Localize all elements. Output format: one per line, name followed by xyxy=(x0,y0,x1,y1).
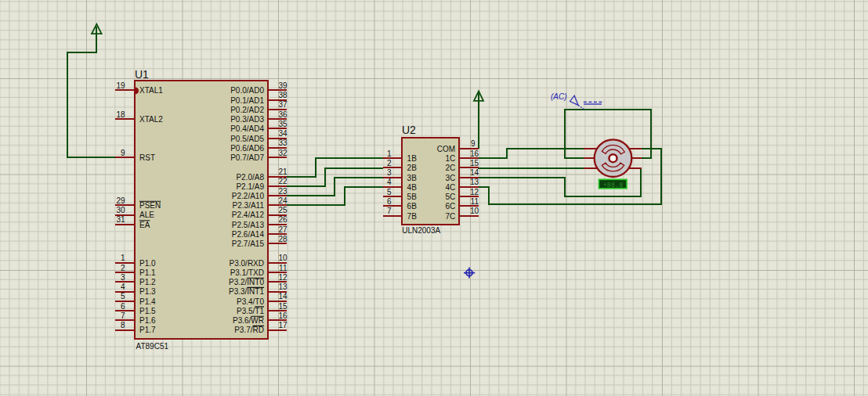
svg-text:P1.1: P1.1 xyxy=(139,268,156,277)
svg-text:12: 12 xyxy=(278,273,288,282)
svg-text:P0.7/AD7: P0.7/AD7 xyxy=(230,153,264,162)
svg-text:30: 30 xyxy=(116,206,125,214)
svg-text:13: 13 xyxy=(470,178,479,186)
svg-text:AT89C51: AT89C51 xyxy=(136,342,169,351)
svg-text:4C: 4C xyxy=(445,183,455,192)
svg-text:22: 22 xyxy=(278,177,288,185)
svg-text:5: 5 xyxy=(387,188,392,196)
svg-text:11: 11 xyxy=(471,197,479,206)
svg-text:P3.3/INT1: P3.3/INT1 xyxy=(229,287,264,296)
svg-text:36: 36 xyxy=(278,110,288,119)
svg-text:P1.4: P1.4 xyxy=(139,297,156,306)
svg-text:18: 18 xyxy=(116,110,125,119)
svg-text:19: 19 xyxy=(116,81,125,90)
svg-text:4: 4 xyxy=(121,283,125,291)
svg-text:2B: 2B xyxy=(407,164,418,172)
svg-text:RST: RST xyxy=(139,153,155,162)
svg-text:21: 21 xyxy=(278,167,288,176)
svg-text:17: 17 xyxy=(278,321,288,329)
svg-text:P0.0/AD0: P0.0/AD0 xyxy=(230,86,264,95)
svg-text:U2: U2 xyxy=(402,124,416,136)
svg-text:1: 1 xyxy=(387,149,392,158)
svg-text:P3.5/T1: P3.5/T1 xyxy=(237,307,264,315)
svg-text:1C: 1C xyxy=(445,154,455,163)
svg-text:31: 31 xyxy=(116,215,125,224)
svg-text:9: 9 xyxy=(471,139,476,148)
svg-text:3B: 3B xyxy=(407,174,418,182)
svg-text:25: 25 xyxy=(278,206,288,214)
svg-text:7: 7 xyxy=(121,311,125,320)
svg-text:37: 37 xyxy=(278,100,288,109)
svg-text:13: 13 xyxy=(278,283,288,291)
svg-text:PSEN: PSEN xyxy=(139,201,161,210)
svg-text:6C: 6C xyxy=(445,202,455,211)
svg-text:6: 6 xyxy=(121,302,125,311)
svg-text:9: 9 xyxy=(121,149,125,157)
svg-text:5B: 5B xyxy=(407,193,418,201)
svg-text:P0.4/AD4: P0.4/AD4 xyxy=(230,124,264,133)
svg-text:12: 12 xyxy=(470,188,479,196)
svg-text:P2.3/A11: P2.3/A11 xyxy=(233,201,265,210)
svg-text:2C: 2C xyxy=(445,164,455,172)
svg-text:34: 34 xyxy=(278,129,288,138)
svg-text:15: 15 xyxy=(278,302,288,311)
svg-text:+88.8: +88.8 xyxy=(603,182,624,189)
svg-text:29: 29 xyxy=(116,196,125,205)
svg-text:28: 28 xyxy=(278,235,288,243)
svg-text:P2.4/A12: P2.4/A12 xyxy=(232,211,265,219)
svg-text:P1.3: P1.3 xyxy=(139,287,156,296)
svg-text:15: 15 xyxy=(470,159,479,167)
svg-text:EA: EA xyxy=(139,221,150,229)
svg-text:P2.0/A8: P2.0/A8 xyxy=(236,173,264,182)
svg-text:P1.7: P1.7 xyxy=(139,326,156,334)
svg-text:10: 10 xyxy=(278,254,288,262)
svg-text:32: 32 xyxy=(278,149,288,157)
svg-text:P2.5/A13: P2.5/A13 xyxy=(232,221,265,229)
svg-text:P2.1/A9: P2.1/A9 xyxy=(236,182,264,191)
svg-text:1: 1 xyxy=(121,254,125,262)
svg-text:ULN2003A: ULN2003A xyxy=(402,226,440,235)
svg-text:3: 3 xyxy=(121,273,125,282)
svg-text:(AC): (AC) xyxy=(551,92,567,101)
svg-text:5: 5 xyxy=(121,292,125,301)
svg-text:35: 35 xyxy=(278,120,288,128)
svg-text:P2.2/A10: P2.2/A10 xyxy=(232,192,265,200)
svg-text:6: 6 xyxy=(387,197,392,206)
svg-text:5C: 5C xyxy=(445,193,455,201)
svg-text:P0.3/AD3: P0.3/AD3 xyxy=(230,115,264,124)
svg-text:27: 27 xyxy=(278,225,288,234)
svg-text:4B: 4B xyxy=(407,183,418,192)
svg-text:P0.1/AD1: P0.1/AD1 xyxy=(230,96,264,105)
svg-text:3C: 3C xyxy=(445,174,455,182)
svg-text:XTAL2: XTAL2 xyxy=(139,115,163,124)
svg-text:P1.0: P1.0 xyxy=(139,259,156,268)
svg-text:7B: 7B xyxy=(407,212,418,221)
svg-text:P1.6: P1.6 xyxy=(139,316,156,325)
svg-text:2: 2 xyxy=(121,264,125,272)
svg-text:26: 26 xyxy=(278,215,288,224)
svg-text:P3.1/TXD: P3.1/TXD xyxy=(230,268,264,277)
svg-text:11: 11 xyxy=(279,264,288,272)
svg-text:ALE: ALE xyxy=(139,211,154,219)
svg-text:16: 16 xyxy=(470,149,479,158)
svg-text:P2.6/A14: P2.6/A14 xyxy=(232,230,265,239)
svg-text:2: 2 xyxy=(387,159,392,167)
svg-text:33: 33 xyxy=(278,139,288,147)
svg-text:14: 14 xyxy=(470,168,479,177)
svg-text:23: 23 xyxy=(278,187,288,196)
svg-text:P0.6/AD6: P0.6/AD6 xyxy=(230,144,264,153)
svg-text:7C: 7C xyxy=(445,212,455,221)
svg-text:10: 10 xyxy=(470,207,479,215)
svg-text:1B: 1B xyxy=(407,154,418,163)
svg-text:8: 8 xyxy=(121,321,125,329)
svg-text:4: 4 xyxy=(387,178,392,186)
svg-text:6B: 6B xyxy=(407,202,418,211)
svg-text:P1.5: P1.5 xyxy=(139,307,156,315)
svg-text:24: 24 xyxy=(278,196,288,205)
svg-text:16: 16 xyxy=(278,311,288,320)
svg-text:P0.2/AD2: P0.2/AD2 xyxy=(230,106,264,114)
svg-text:14: 14 xyxy=(278,292,288,301)
svg-text:U1: U1 xyxy=(135,68,149,81)
svg-text:38: 38 xyxy=(278,91,288,99)
svg-text:P3.2/INT0: P3.2/INT0 xyxy=(229,278,264,286)
